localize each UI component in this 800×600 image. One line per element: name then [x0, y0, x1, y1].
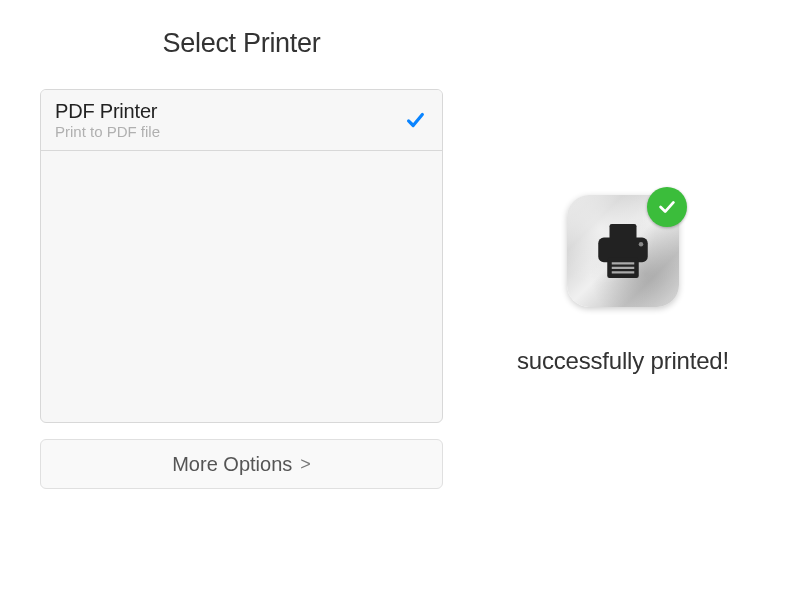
printer-list: PDF Printer Print to PDF file [40, 89, 443, 423]
chevron-right-icon: > [300, 454, 311, 475]
checkmark-icon [404, 109, 426, 131]
svg-rect-5 [612, 267, 635, 269]
printer-description: Print to PDF file [55, 123, 160, 140]
more-options-button[interactable]: More Options > [40, 439, 443, 489]
printer-item-pdf[interactable]: PDF Printer Print to PDF file [41, 90, 442, 151]
svg-point-2 [639, 242, 644, 247]
svg-rect-0 [610, 224, 637, 240]
more-options-label: More Options [172, 453, 292, 476]
printer-select-panel: Select Printer PDF Printer Print to PDF … [40, 28, 443, 489]
status-message: successfully printed! [517, 347, 729, 375]
page-title: Select Printer [40, 28, 443, 59]
svg-rect-6 [612, 271, 635, 273]
svg-rect-4 [612, 262, 635, 264]
printer-name: PDF Printer [55, 100, 160, 123]
status-panel: successfully printed! [498, 195, 748, 375]
printer-app-icon-wrap [567, 195, 679, 307]
printer-item-text: PDF Printer Print to PDF file [55, 100, 160, 140]
